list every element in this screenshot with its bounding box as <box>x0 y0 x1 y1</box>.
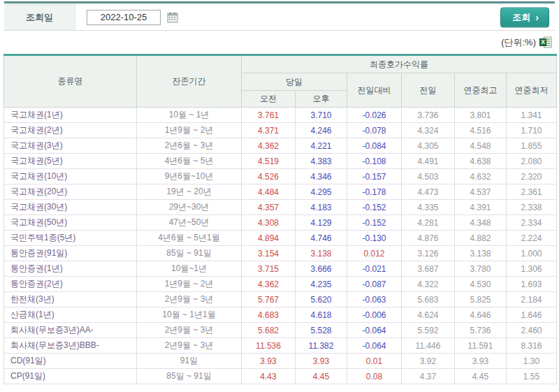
cell-am: 4.484 <box>242 184 296 200</box>
cell-prev: 4.324 <box>402 123 455 138</box>
cell-prev: 4.37 <box>402 369 455 384</box>
cell-year-high: 4.882 <box>455 231 507 246</box>
calendar-icon[interactable] <box>167 12 178 23</box>
table-row: 국고채권(1년)10월 ~ 1년3.7613.710-0.0263.7363.8… <box>4 108 557 123</box>
cell-maturity: 1년9월 ~ 2년 <box>137 277 242 292</box>
cell-maturity: 10월~1년 <box>137 261 242 277</box>
cell-pm: 4.346 <box>296 169 347 184</box>
svg-text:X: X <box>541 38 545 45</box>
cell-am: 5.682 <box>242 323 296 338</box>
cell-change: -0.152 <box>347 200 402 215</box>
header-pm: 오후 <box>296 91 347 108</box>
cell-maturity: 29년~30년 <box>137 200 242 215</box>
cell-maturity: 10월 ~ 1년 <box>137 108 242 123</box>
cell-year-high: 4.391 <box>455 200 507 215</box>
cell-type: 회사채(무보증3년)AA- <box>4 323 137 338</box>
cell-change: -0.064 <box>347 323 402 338</box>
cell-am: 3.715 <box>242 261 296 277</box>
cell-prev: 4.335 <box>402 200 455 215</box>
cell-pm: 4.45 <box>296 369 347 384</box>
cell-year-high: 4.638 <box>455 154 507 169</box>
cell-maturity: 2년9월 ~ 3년 <box>137 338 242 354</box>
cell-pm: 5.620 <box>296 292 347 307</box>
cell-change: -0.084 <box>347 138 402 154</box>
cell-change: -0.063 <box>347 292 402 307</box>
cell-change: -0.026 <box>347 108 402 123</box>
cell-pm: 3.666 <box>296 261 347 277</box>
cell-year-low: 2.224 <box>507 231 557 246</box>
cell-pm: 4.383 <box>296 154 347 169</box>
cell-year-low: 2.361 <box>507 184 557 200</box>
header-group-yield: 최종호가수익률 <box>242 55 557 73</box>
cell-maturity: 1년9월 ~ 2년 <box>137 123 242 138</box>
cell-year-high: 4.348 <box>455 215 507 231</box>
chevron-right-icon: › <box>535 13 539 20</box>
cell-prev: 3.126 <box>402 246 455 261</box>
cell-change: -0.021 <box>347 261 402 277</box>
cell-type: 국고채권(30년) <box>4 200 137 215</box>
cell-change: -0.130 <box>347 231 402 246</box>
calendar-icon-glyph <box>167 12 178 23</box>
cell-pm: 4.295 <box>296 184 347 200</box>
cell-change: 0.08 <box>347 369 402 384</box>
cell-am: 4.308 <box>242 215 296 231</box>
cell-year-low: 1.855 <box>507 138 557 154</box>
cell-am: 4.519 <box>242 154 296 169</box>
header-type: 종류명 <box>4 55 137 108</box>
cell-type: 국고채권(10년) <box>4 169 137 184</box>
cell-year-high: 4.632 <box>455 169 507 184</box>
cell-pm: 4.618 <box>296 307 347 323</box>
table-row: CD(91일)91일3.933.930.013.923.931.30 <box>4 354 557 369</box>
unit-label: (단위:%) <box>501 36 536 49</box>
cell-prev: 3.92 <box>402 354 455 369</box>
cell-maturity: 4년6월 ~ 5년 <box>137 154 242 169</box>
cell-am: 4.43 <box>242 369 296 384</box>
yield-table-header: 종류명 잔존기간 최종호가수익률 당일 전일대비 전일 연중최고 연중최저 오전… <box>4 55 557 108</box>
cell-change: -0.108 <box>347 154 402 169</box>
cell-am: 3.154 <box>242 246 296 261</box>
cell-year-high: 5.825 <box>455 292 507 307</box>
cell-change: 0.012 <box>347 246 402 261</box>
cell-year-high: 3.780 <box>455 261 507 277</box>
cell-change: -0.078 <box>347 123 402 138</box>
cell-pm: 3.710 <box>296 108 347 123</box>
cell-am: 5.767 <box>242 292 296 307</box>
cell-pm: 4.746 <box>296 231 347 246</box>
header-change: 전일대비 <box>347 73 402 108</box>
cell-change: -0.006 <box>347 307 402 323</box>
header-group-today: 당일 <box>242 73 347 91</box>
cell-year-low: 1.341 <box>507 108 557 123</box>
cell-type: 산금채(1년) <box>4 307 137 323</box>
cell-maturity: 19년 ~ 20년 <box>137 184 242 200</box>
cell-year-low: 1.646 <box>507 307 557 323</box>
cell-maturity: 85일 ~ 91일 <box>137 369 242 384</box>
cell-year-high: 11.591 <box>455 338 507 354</box>
excel-export-icon[interactable]: X <box>539 36 552 48</box>
cell-am: 4.371 <box>242 123 296 138</box>
cell-year-low: 1.30 <box>507 354 557 369</box>
cell-year-low: 2.460 <box>507 323 557 338</box>
cell-year-low: 1.693 <box>507 277 557 292</box>
cell-prev: 5.683 <box>402 292 455 307</box>
table-row: 한전채(3년)2년9월 ~ 3년5.7675.620-0.0635.6835.8… <box>4 292 557 307</box>
search-button[interactable]: 조회 › <box>500 7 549 27</box>
cell-type: 한전채(3년) <box>4 292 137 307</box>
header-am: 오전 <box>242 91 296 108</box>
date-label: 조회일 <box>4 4 75 30</box>
cell-prev: 4.491 <box>402 154 455 169</box>
table-row: CP(91일)85일 ~ 91일4.434.450.084.374.451.55 <box>4 369 557 384</box>
cell-year-low: 1.55 <box>507 369 557 384</box>
cell-type: 국고채권(20년) <box>4 184 137 200</box>
cell-year-high: 4.530 <box>455 277 507 292</box>
cell-type: 국민주택1종(5년) <box>4 231 137 246</box>
cell-maturity: 47년~50년 <box>137 215 242 231</box>
cell-am: 4.362 <box>242 138 296 154</box>
cell-am: 11.536 <box>242 338 296 354</box>
table-row: 국고채권(5년)4년6월 ~ 5년4.5194.383-0.1084.4914.… <box>4 154 557 169</box>
cell-change: -0.178 <box>347 184 402 200</box>
cell-type: 국고채권(5년) <box>4 154 137 169</box>
yield-table: 종류명 잔존기간 최종호가수익률 당일 전일대비 전일 연중최고 연중최저 오전… <box>3 54 557 384</box>
cell-am: 4.526 <box>242 169 296 184</box>
cell-year-high: 4.548 <box>455 138 507 154</box>
date-input[interactable] <box>87 10 161 25</box>
